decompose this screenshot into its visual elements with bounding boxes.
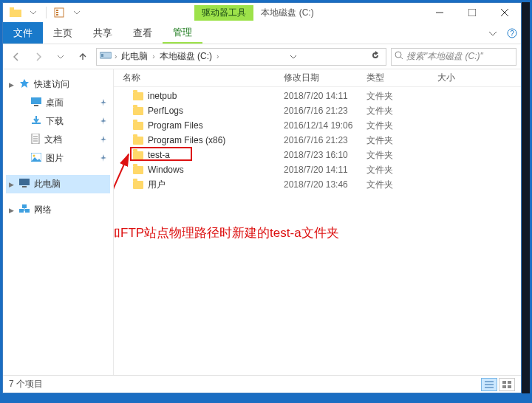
sidebar-label: 快速访问	[34, 78, 69, 91]
pin-icon	[100, 154, 107, 164]
close-button[interactable]	[488, 3, 521, 22]
file-name: Program Files (x86)	[148, 135, 225, 145]
folder-icon	[7, 4, 24, 21]
up-button[interactable]	[74, 48, 92, 66]
ribbon-expand-button[interactable]	[482, 22, 503, 44]
file-name: inetpub	[148, 91, 177, 101]
maximize-button[interactable]	[456, 3, 488, 22]
pin-icon	[100, 98, 107, 108]
svg-line-15	[400, 57, 403, 59]
computer-icon	[19, 179, 30, 190]
file-type: 文件夹	[366, 90, 437, 103]
content-area: ▶ 快速访问 桌面 下载 文档	[3, 69, 521, 375]
desktop-icon	[31, 97, 41, 108]
refresh-button[interactable]	[368, 51, 383, 62]
picture-icon	[31, 153, 41, 164]
svg-rect-37	[502, 381, 506, 384]
file-tab[interactable]: 文件	[3, 22, 43, 44]
forward-button[interactable]	[30, 48, 47, 66]
annotation-text: 在添加FTP站点物理路径时新建的test-a文件夹	[114, 224, 339, 241]
svg-rect-40	[508, 385, 511, 388]
help-button[interactable]: ?	[503, 22, 521, 44]
address-bar[interactable]: › 此电脑 › 本地磁盘 (C:) ›	[96, 48, 386, 66]
star-icon	[19, 78, 30, 91]
svg-rect-39	[502, 385, 506, 388]
explorer-window: 驱动器工具 本地磁盘 (C:) 文件 主页 共享 查看 管理 ?	[2, 2, 522, 393]
file-name: PerfLogs	[148, 106, 183, 116]
tab-view[interactable]: 查看	[123, 22, 163, 44]
svg-rect-2	[55, 8, 64, 17]
minimize-button[interactable]	[423, 3, 456, 22]
contextual-tab-label: 驱动器工具	[194, 5, 253, 21]
table-row[interactable]: 用户2018/7/20 13:46文件夹	[114, 177, 521, 192]
chevron-right-icon[interactable]: ›	[216, 52, 219, 61]
file-name: 用户	[148, 179, 166, 191]
tab-share[interactable]: 共享	[83, 22, 123, 44]
table-row[interactable]: Program Files2016/12/14 19:06文件夹	[114, 118, 521, 133]
expand-icon[interactable]: ▶	[9, 181, 14, 188]
tab-manage[interactable]: 管理	[163, 22, 202, 44]
chevron-right-icon[interactable]: ›	[152, 52, 154, 61]
expand-icon[interactable]: ▶	[9, 207, 14, 214]
file-name: test-a	[148, 150, 170, 160]
drive-icon	[100, 51, 112, 62]
status-item-count: 7 个项目	[9, 378, 43, 390]
column-header-size[interactable]: 大小	[437, 69, 521, 86]
svg-rect-30	[22, 204, 27, 208]
table-row[interactable]: inetpub2018/7/20 14:11文件夹	[114, 89, 521, 103]
file-type: 文件夹	[366, 120, 437, 132]
search-icon	[395, 51, 403, 62]
table-row[interactable]: test-a2018/7/23 16:10文件夹	[114, 148, 521, 162]
tab-home[interactable]: 主页	[43, 22, 83, 44]
svg-text:?: ?	[510, 30, 514, 38]
column-header-name[interactable]: 名称	[114, 69, 284, 86]
ribbon-tabs: 文件 主页 共享 查看 管理 ?	[3, 22, 521, 44]
column-header-type[interactable]: 类型	[366, 69, 437, 86]
sidebar-item-network[interactable]: ▶ 网络	[6, 201, 110, 219]
sidebar-item-pictures[interactable]: 图片	[6, 149, 110, 168]
breadcrumb[interactable]: 本地磁盘 (C:)	[158, 50, 214, 63]
properties-icon[interactable]	[51, 4, 67, 21]
expand-icon[interactable]: ▶	[9, 81, 14, 89]
column-headers: 名称 修改日期 类型 大小	[114, 69, 521, 87]
chevron-down-icon[interactable]	[69, 4, 85, 21]
table-row[interactable]: Windows2018/7/20 14:11文件夹	[114, 162, 521, 177]
file-type: 文件夹	[366, 179, 437, 191]
view-large-icons-button[interactable]	[499, 378, 515, 391]
sidebar-label: 文档	[44, 134, 62, 146]
sidebar-label: 此电脑	[34, 178, 61, 190]
breadcrumb[interactable]: 此电脑	[120, 50, 149, 63]
svg-rect-3	[56, 10, 58, 11]
download-icon	[31, 116, 41, 127]
history-dropdown-button[interactable]	[287, 52, 299, 62]
sidebar-label: 下载	[46, 115, 64, 128]
folder-icon	[133, 151, 143, 159]
pin-icon	[100, 135, 107, 145]
column-header-date[interactable]: 修改日期	[284, 69, 366, 86]
folder-icon	[133, 122, 143, 130]
table-row[interactable]: Program Files (x86)2016/7/16 21:23文件夹	[114, 133, 521, 148]
svg-rect-1	[10, 7, 14, 10]
svg-rect-13	[101, 54, 103, 57]
sidebar-item-quick-access[interactable]: ▶ 快速访问	[6, 75, 110, 94]
search-placeholder: 搜索"本地磁盘 (C:)"	[406, 50, 483, 63]
file-name: Windows	[148, 165, 184, 175]
title-bar-center: 驱动器工具 本地磁盘 (C:)	[85, 5, 423, 21]
navigation-pane: ▶ 快速访问 桌面 下载 文档	[3, 69, 114, 375]
sidebar-item-this-pc[interactable]: ▶ 此电脑	[6, 175, 110, 193]
breadcrumb-label: 本地磁盘 (C:)	[160, 50, 212, 63]
sidebar-item-downloads[interactable]: 下载	[6, 112, 110, 131]
search-input[interactable]: 搜索"本地磁盘 (C:)"	[391, 48, 516, 66]
svg-rect-38	[508, 381, 511, 384]
back-button[interactable]	[7, 48, 25, 66]
quick-access-toolbar	[3, 4, 85, 21]
view-details-button[interactable]	[481, 378, 497, 391]
recent-locations-button[interactable]	[52, 48, 69, 66]
folder-icon	[133, 92, 143, 100]
sidebar-item-desktop[interactable]: 桌面	[6, 94, 110, 112]
chevron-down-icon[interactable]	[25, 4, 41, 21]
table-row[interactable]: PerfLogs2016/7/16 21:23文件夹	[114, 103, 521, 118]
file-date: 2016/7/16 21:23	[284, 106, 366, 116]
sidebar-item-documents[interactable]: 文档	[6, 131, 110, 149]
chevron-right-icon[interactable]: ›	[115, 52, 117, 61]
